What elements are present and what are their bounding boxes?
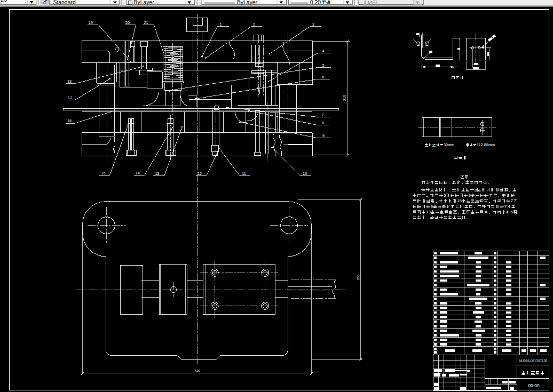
- svg-text:420: 420: [195, 369, 201, 372]
- svg-text:2: 2: [253, 22, 255, 27]
- svg-text:210: 210: [343, 95, 346, 101]
- svg-text:4: 4: [322, 49, 325, 53]
- svg-text:3: 3: [312, 22, 314, 27]
- svg-text:9: 9: [431, 204, 433, 209]
- svg-text:19: 19: [89, 20, 93, 25]
- svg-text:8: 8: [322, 121, 324, 125]
- svg-text:ByLayer: ByLayer: [237, 0, 258, 5]
- svg-text:6: 6: [510, 210, 513, 214]
- svg-text:15: 15: [457, 198, 462, 203]
- svg-text:0.20: 0.20: [310, 0, 321, 5]
- svg-text:10: 10: [303, 171, 307, 176]
- svg-text:7: 7: [504, 204, 507, 209]
- svg-text:30mm: 30mm: [444, 142, 454, 147]
- svg-text:7: 7: [510, 198, 513, 203]
- svg-text:1: 1: [219, 22, 222, 27]
- svg-text:21: 21: [144, 20, 148, 25]
- svg-text:7: 7: [322, 113, 324, 117]
- svg-text:ByLayer: ByLayer: [134, 0, 155, 5]
- svg-text:25: 25: [1, 0, 7, 3]
- svg-text:14: 14: [136, 171, 140, 175]
- svg-text:13: 13: [155, 171, 160, 176]
- svg-text:8: 8: [475, 188, 477, 193]
- svg-text:5: 5: [322, 63, 325, 68]
- svg-text:00-00: 00-00: [528, 383, 540, 388]
- svg-text:112.85mm: 112.85mm: [477, 142, 495, 147]
- svg-text:11: 11: [242, 171, 246, 176]
- svg-text:15: 15: [101, 171, 106, 175]
- svg-text:9: 9: [322, 133, 325, 138]
- svg-text:6: 6: [322, 75, 325, 79]
- svg-text:20: 20: [125, 20, 130, 25]
- svg-text:5: 5: [444, 193, 446, 198]
- svg-text:18: 18: [67, 79, 72, 84]
- svg-text:Standard: Standard: [53, 0, 76, 5]
- svg-text:MJ066-061307138: MJ066-061307138: [519, 359, 548, 363]
- svg-text:13: 13: [426, 210, 431, 214]
- svg-text:17: 17: [68, 95, 72, 100]
- svg-text:280: 280: [356, 274, 360, 280]
- svg-text:16: 16: [67, 118, 72, 123]
- svg-text:9: 9: [469, 193, 471, 198]
- svg-text:12: 12: [198, 171, 202, 176]
